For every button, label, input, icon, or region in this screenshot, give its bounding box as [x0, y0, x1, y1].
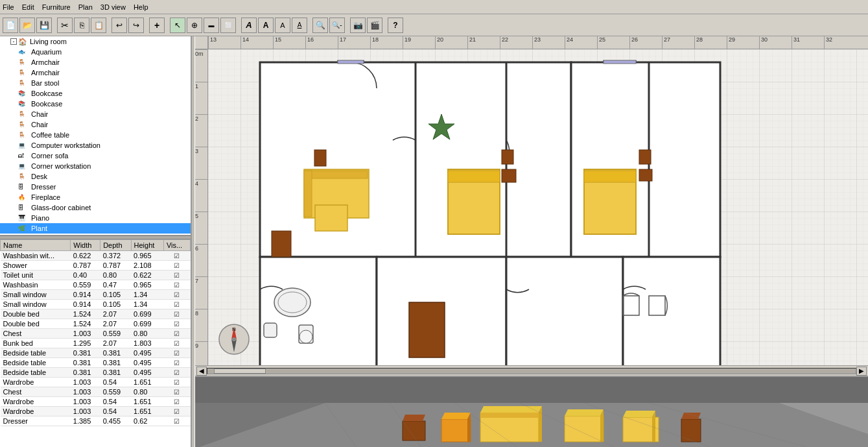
- compass-widget[interactable]: N: [218, 323, 250, 356]
- cell-width: 0.914: [71, 290, 100, 300]
- add-furniture-button[interactable]: +: [149, 18, 165, 33]
- menu-plan[interactable]: Plan: [78, 3, 93, 11]
- text-tool-d[interactable]: A: [292, 18, 307, 33]
- tree-item-glass-cabinet[interactable]: 🗄 Glass-door cabinet: [0, 202, 191, 213]
- cell-vis[interactable]: ☑: [163, 300, 190, 309]
- cell-vis[interactable]: ☑: [163, 309, 190, 319]
- table-row[interactable]: Bedside table 0.381 0.381 0.495 ☑: [1, 348, 191, 358]
- horizontal-scrollbar[interactable]: ◀ ▶: [195, 365, 868, 376]
- save-button[interactable]: 💾: [36, 18, 52, 33]
- zoom-in-button[interactable]: 🔍: [312, 18, 328, 33]
- room-tool[interactable]: ⬜: [220, 18, 236, 33]
- cell-vis[interactable]: ☑: [163, 290, 190, 300]
- left-panel: - 🏠 Living room 🐟 Aquarium 🪑 Armchair 🪑 …: [0, 36, 191, 447]
- furniture-tree[interactable]: - 🏠 Living room 🐟 Aquarium 🪑 Armchair 🪑 …: [0, 36, 191, 236]
- text-tool-c[interactable]: A: [275, 18, 290, 33]
- wall-tool[interactable]: ▬: [204, 18, 219, 33]
- table-row[interactable]: Chest 1.003 0.559 0.80 ☑: [1, 329, 191, 339]
- cell-vis[interactable]: ☑: [163, 358, 190, 368]
- table-row[interactable]: Bedside table 0.381 0.381 0.495 ☑: [1, 368, 191, 378]
- furniture-properties-table[interactable]: Name Width Depth Height Vis... Washbasin…: [0, 239, 191, 447]
- tree-item-chair-2[interactable]: 🪑 Chair: [0, 119, 191, 130]
- svg-rect-19: [304, 171, 312, 217]
- tree-item-piano[interactable]: 🎹 Piano: [0, 213, 191, 223]
- table-row[interactable]: Shower 0.787 0.787 2.108 ☑: [1, 261, 191, 271]
- cell-vis[interactable]: ☑: [163, 378, 190, 387]
- tree-item-desk[interactable]: 🪑 Desk: [0, 171, 191, 182]
- menu-help[interactable]: Help: [134, 3, 148, 11]
- table-row[interactable]: Wardrobe 1.003 0.54 1.651 ☑: [1, 407, 191, 417]
- cell-vis[interactable]: ☑: [163, 261, 190, 271]
- magnet-tool[interactable]: ⊕: [187, 18, 202, 33]
- cell-vis[interactable]: ☑: [163, 348, 190, 358]
- cell-vis[interactable]: ☑: [163, 417, 190, 426]
- tree-item-dresser[interactable]: 🗄 Dresser: [0, 182, 191, 192]
- menu-furniture[interactable]: Furniture: [42, 3, 71, 11]
- tree-item-corner-sofa[interactable]: 🛋 Corner sofa: [0, 151, 191, 161]
- table-row[interactable]: Toilet unit 0.40 0.80 0.622 ☑: [1, 271, 191, 280]
- new-button[interactable]: 📄: [3, 18, 18, 33]
- tree-item-bookcase-2[interactable]: 📚 Bookcase: [0, 99, 191, 109]
- camera-button[interactable]: 📷: [350, 18, 366, 33]
- table-row[interactable]: Small window 0.914 0.105 1.34 ☑: [1, 300, 191, 309]
- copy-button[interactable]: ⎘: [74, 18, 89, 33]
- video-button[interactable]: 🎬: [367, 18, 382, 33]
- tree-item-armchair-1[interactable]: 🪑 Armchair: [0, 57, 191, 67]
- table-row[interactable]: Wardrobe 1.003 0.54 1.651 ☑: [1, 378, 191, 387]
- table-row[interactable]: Dresser 1.385 0.455 0.62 ☑: [1, 417, 191, 426]
- text-tool-b[interactable]: A: [258, 18, 274, 33]
- cell-vis[interactable]: ☑: [163, 397, 190, 407]
- floorplan-canvas[interactable]: N: [208, 49, 868, 365]
- tree-item-barstool[interactable]: 🪑 Bar stool: [0, 78, 191, 88]
- 3d-preview[interactable]: [195, 377, 868, 447]
- text-tool-a[interactable]: A: [241, 18, 257, 33]
- help-button[interactable]: ?: [388, 18, 403, 33]
- cell-height: 0.495: [131, 368, 163, 378]
- cell-vis[interactable]: ☑: [163, 407, 190, 417]
- table-row[interactable]: Double bed 1.524 2.07 0.699 ☑: [1, 319, 191, 329]
- table-row[interactable]: Washbasin wit... 0.622 0.372 0.965 ☑: [1, 251, 191, 261]
- tree-item-bookcase-1[interactable]: 📚 Bookcase: [0, 88, 191, 99]
- undo-button[interactable]: ↩: [111, 18, 127, 33]
- redo-button[interactable]: ↪: [128, 18, 144, 33]
- table-row[interactable]: Bedside table 0.381 0.381 0.495 ☑: [1, 358, 191, 368]
- table-row[interactable]: Double bed 1.524 2.07 0.699 ☑: [1, 309, 191, 319]
- tree-item-armchair-2[interactable]: 🪑 Armchair: [0, 67, 191, 78]
- ruler-corner: [195, 36, 208, 49]
- tree-root[interactable]: - 🏠 Living room: [0, 36, 191, 47]
- scroll-right-button[interactable]: ▶: [856, 367, 867, 376]
- menu-file[interactable]: File: [3, 3, 14, 11]
- table-row[interactable]: Small window 0.914 0.105 1.34 ☑: [1, 290, 191, 300]
- tree-item-coffee-table[interactable]: 🪑 Coffee table: [0, 130, 191, 140]
- pointer-tool[interactable]: ↖: [170, 18, 185, 33]
- cut-button[interactable]: ✂: [57, 18, 73, 33]
- svg-point-12: [274, 288, 311, 317]
- cell-vis[interactable]: ☑: [163, 368, 190, 378]
- menu-3dview[interactable]: 3D view: [100, 3, 126, 11]
- tree-item-fireplace[interactable]: 🔥 Fireplace: [0, 192, 191, 202]
- cell-vis[interactable]: ☑: [163, 329, 190, 339]
- zoom-out-button[interactable]: 🔍-: [329, 18, 345, 33]
- menu-edit[interactable]: Edit: [22, 3, 34, 11]
- tree-item-corner-ws[interactable]: 💻 Corner workstation: [0, 161, 191, 171]
- open-button[interactable]: 📂: [19, 18, 35, 33]
- table-row[interactable]: Bunk bed 1.295 2.07 1.803 ☑: [1, 339, 191, 348]
- table-row[interactable]: Wardrobe 1.003 0.54 1.651 ☑: [1, 397, 191, 407]
- table-row[interactable]: Washbasin 0.559 0.47 0.965 ☑: [1, 280, 191, 290]
- expand-icon[interactable]: -: [10, 38, 17, 45]
- paste-button[interactable]: 📋: [91, 18, 106, 33]
- tree-item-chair-1[interactable]: 🪑 Chair: [0, 109, 191, 119]
- cell-vis[interactable]: ☑: [163, 271, 190, 280]
- tree-item-aquarium[interactable]: 🐟 Aquarium: [0, 47, 191, 57]
- scroll-thumb[interactable]: [214, 368, 266, 374]
- cell-vis[interactable]: ☑: [163, 319, 190, 329]
- tree-item-computer-ws[interactable]: 💻 Computer workstation: [0, 140, 191, 151]
- scroll-track[interactable]: [207, 368, 856, 374]
- cell-vis[interactable]: ☑: [163, 387, 190, 397]
- scroll-left-button[interactable]: ◀: [196, 367, 207, 376]
- table-row[interactable]: Chest 1.003 0.559 0.80 ☑: [1, 387, 191, 397]
- cell-vis[interactable]: ☑: [163, 251, 190, 261]
- cell-vis[interactable]: ☑: [163, 280, 190, 290]
- tree-item-plant[interactable]: 🌿 Plant: [0, 223, 191, 234]
- cell-vis[interactable]: ☑: [163, 339, 190, 348]
